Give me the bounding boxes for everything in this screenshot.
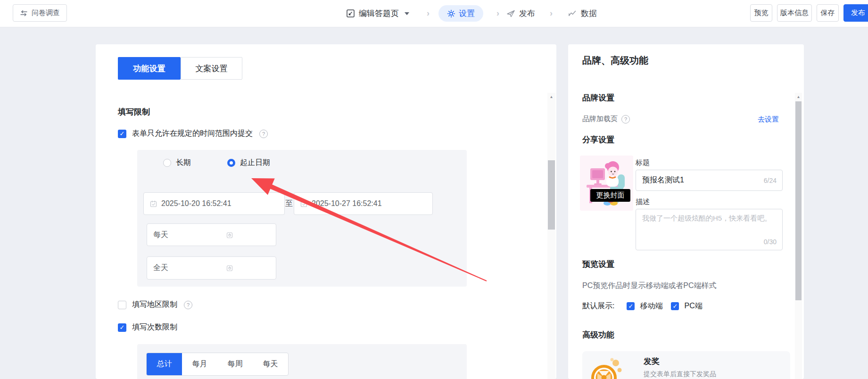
back-to-survey-button[interactable]: 问卷调查 bbox=[13, 4, 67, 22]
save-button[interactable]: 保存 bbox=[817, 4, 839, 22]
share-title-input[interactable] bbox=[636, 170, 782, 190]
repeat-select-value: 每天 bbox=[153, 230, 168, 240]
region-limit-label: 填写地区限制 bbox=[132, 300, 177, 310]
help-icon[interactable]: ? bbox=[259, 130, 268, 138]
daterange-label: 起止日期 bbox=[240, 158, 270, 168]
breadcrumb-separator: › bbox=[427, 0, 430, 27]
swap-arrows-icon bbox=[20, 10, 28, 16]
start-date-input[interactable]: 2025-10-20 16:52:41 bbox=[143, 192, 285, 215]
count-limit-checkbox[interactable]: ✓ bbox=[118, 323, 126, 332]
step-settings-label: 设置 bbox=[459, 8, 475, 19]
tab-function-settings[interactable]: 功能设置 bbox=[118, 57, 181, 80]
calendar-icon bbox=[300, 200, 307, 207]
gear-icon bbox=[447, 9, 455, 18]
brand-advanced-panel: 品牌、高级功能 品牌设置 品牌加载页 ? 去设置 分享设置 bbox=[568, 44, 804, 379]
tab-daily[interactable]: 每天 bbox=[253, 353, 288, 375]
publish-button[interactable]: 发布 bbox=[843, 4, 868, 22]
allday-select-value: 全天 bbox=[153, 263, 168, 273]
line-chart-icon bbox=[568, 9, 577, 17]
step-publish[interactable]: 发布 bbox=[506, 0, 535, 27]
award-card[interactable]: 发奖 提交表单后直接下发奖品 bbox=[582, 351, 790, 379]
advanced-heading: 高级功能 bbox=[582, 330, 614, 340]
brand-loading-row: 品牌加载页 ? bbox=[582, 115, 630, 124]
step-publish-label: 发布 bbox=[519, 8, 535, 19]
award-subtitle: 提交表单后直接下发奖品 bbox=[644, 370, 716, 379]
time-limit-label: 表单只允许在规定的时间范围内提交 bbox=[132, 129, 253, 139]
default-display-row: 默认展示: ✓ 移动端 ✓ PC端 bbox=[582, 301, 703, 311]
step-settings[interactable]: 设置 bbox=[438, 5, 483, 22]
main-scrollbar[interactable]: ▲ bbox=[547, 93, 555, 379]
edit-page-icon bbox=[346, 9, 355, 18]
app-screen: 问卷调查 编辑答题页 › 设置 › 发布 › bbox=[0, 0, 868, 379]
tab-total[interactable]: 总计 bbox=[147, 353, 182, 375]
mobile-checkbox[interactable]: ✓ bbox=[627, 302, 635, 310]
fill-limit-heading: 填写限制 bbox=[118, 107, 150, 117]
aside-scrollbar[interactable]: ▲ bbox=[795, 93, 802, 379]
end-date-input[interactable]: 2025-10-27 16:52:41 bbox=[294, 192, 433, 215]
version-info-button[interactable]: 版本信息 bbox=[777, 4, 812, 22]
back-button-label: 问卷调查 bbox=[32, 8, 60, 17]
title-char-counter: 6/24 bbox=[764, 177, 777, 184]
pc-label: PC端 bbox=[684, 301, 702, 311]
tab-copy-settings[interactable]: 文案设置 bbox=[181, 57, 242, 80]
preview-button[interactable]: 预览 bbox=[750, 4, 772, 22]
brand-loading-label: 品牌加载页 bbox=[582, 115, 618, 124]
change-cover-button[interactable]: 更换封面 bbox=[590, 189, 630, 202]
share-settings-heading: 分享设置 bbox=[582, 134, 614, 145]
pc-checkbox[interactable]: ✓ bbox=[671, 302, 679, 310]
award-icon bbox=[588, 357, 624, 379]
award-title: 发奖 bbox=[644, 356, 660, 367]
calendar-icon bbox=[150, 200, 157, 207]
daterange-radio[interactable] bbox=[227, 159, 235, 167]
go-setup-link[interactable]: 去设置 bbox=[758, 115, 779, 124]
region-limit-checkbox[interactable] bbox=[118, 301, 126, 309]
scroll-up-arrow[interactable]: ▲ bbox=[547, 93, 555, 100]
longterm-radio-row[interactable]: 长期 bbox=[163, 158, 191, 168]
tab-monthly[interactable]: 每月 bbox=[182, 353, 217, 375]
aside-title: 品牌、高级功能 bbox=[582, 54, 648, 67]
share-desc-label: 描述 bbox=[636, 198, 650, 206]
longterm-label: 长期 bbox=[176, 158, 191, 168]
preview-settings-desc: PC预览作品时显示移动端或者PC端样式 bbox=[582, 281, 716, 291]
share-desc-field: 0/30 bbox=[636, 209, 783, 250]
time-limit-checkbox[interactable]: ✓ bbox=[118, 130, 126, 138]
daterange-radio-row[interactable]: 起止日期 bbox=[227, 158, 270, 168]
chevron-down-icon[interactable] bbox=[405, 12, 409, 15]
allday-select[interactable]: 全天 bbox=[147, 256, 276, 280]
breadcrumb-separator: › bbox=[496, 0, 499, 27]
mobile-label: 移动端 bbox=[640, 301, 662, 311]
preview-settings-heading: 预览设置 bbox=[582, 259, 614, 270]
start-date-value: 2025-10-20 16:52:41 bbox=[161, 199, 231, 208]
time-limit-row: ✓ 表单只允许在规定的时间范围内提交 ? bbox=[118, 129, 268, 139]
time-picker-icon bbox=[226, 232, 233, 239]
share-desc-textarea[interactable] bbox=[636, 209, 782, 250]
cover-illustration bbox=[580, 156, 633, 211]
region-limit-row: 填写地区限制 ? bbox=[118, 300, 192, 310]
top-bar: 问卷调查 编辑答题页 › 设置 › 发布 › bbox=[0, 0, 868, 27]
send-icon bbox=[506, 9, 515, 18]
breadcrumb-separator: › bbox=[550, 0, 553, 27]
settings-panel: 功能设置 文案设置 填写限制 ✓ 表单只允许在规定的时间范围内提交 ? 长期 起… bbox=[96, 44, 556, 379]
time-range-box: 长期 起止日期 2025-10-20 16:52:41 至 2025-10-27… bbox=[137, 150, 467, 287]
help-icon[interactable]: ? bbox=[621, 115, 630, 124]
step-data-label: 数据 bbox=[581, 8, 597, 19]
step-edit-page[interactable]: 编辑答题页 bbox=[346, 0, 409, 27]
share-title-field: 6/24 bbox=[636, 170, 783, 191]
date-to-label: 至 bbox=[284, 192, 294, 215]
repeat-select[interactable]: 每天 bbox=[147, 223, 276, 246]
scroll-up-arrow[interactable]: ▲ bbox=[795, 93, 802, 100]
step-data[interactable]: 数据 bbox=[568, 0, 597, 27]
longterm-radio[interactable] bbox=[163, 159, 171, 167]
main-scrollbar-thumb[interactable] bbox=[548, 160, 555, 230]
share-cover-image[interactable] bbox=[580, 156, 633, 211]
help-icon[interactable]: ? bbox=[184, 301, 192, 309]
aside-scrollbar-thumb[interactable] bbox=[795, 101, 802, 300]
share-title-label: 标题 bbox=[636, 158, 650, 167]
desc-char-counter: 0/30 bbox=[764, 238, 777, 246]
count-limit-label: 填写次数限制 bbox=[132, 322, 177, 332]
step-edit-label: 编辑答题页 bbox=[359, 8, 399, 19]
tab-weekly[interactable]: 每周 bbox=[217, 353, 253, 375]
count-limit-box: 总计 每月 每周 每天 bbox=[137, 344, 467, 379]
count-period-tabs: 总计 每月 每周 每天 bbox=[146, 353, 289, 376]
time-picker-icon bbox=[226, 265, 233, 272]
